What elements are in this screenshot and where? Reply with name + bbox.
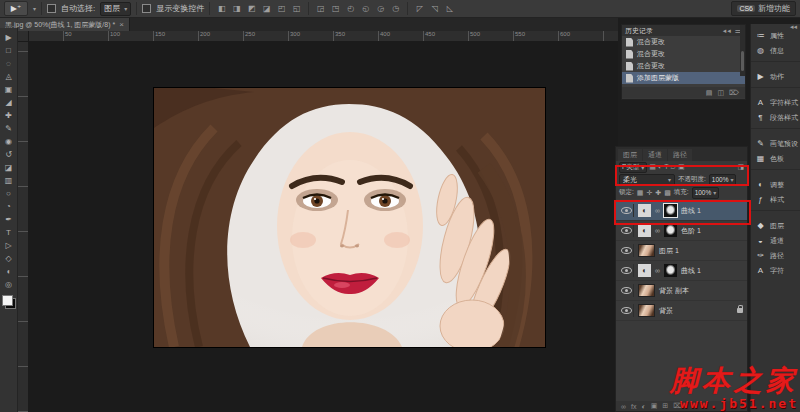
layers-bottom-icon[interactable]: ∞	[621, 403, 626, 410]
filter-toggle-icon[interactable]: ◨	[737, 163, 744, 171]
layer-filter-dropdown[interactable]: Ρ类型 ▾	[619, 162, 647, 173]
lasso-tool[interactable]: ◌	[1, 57, 17, 70]
auto-select-checkbox[interactable]	[47, 4, 56, 13]
canvas-area[interactable]	[28, 41, 618, 412]
zoom-tool[interactable]: ◎	[1, 278, 17, 291]
history-brush-tool[interactable]: ↺	[1, 148, 17, 161]
tab-paths[interactable]: 路径	[668, 149, 692, 161]
panel-tab-info[interactable]: ◍ 信息	[751, 43, 800, 58]
foreground-color-swatch[interactable]	[2, 295, 13, 306]
visibility-toggle[interactable]	[620, 304, 634, 317]
adjustment-thumbnail[interactable]: ◐	[638, 204, 651, 217]
shape-tool[interactable]: ◇	[1, 252, 17, 265]
visibility-toggle[interactable]	[620, 204, 634, 217]
panel-tab-swatches[interactable]: ▦ 色板	[751, 151, 800, 166]
document-tab[interactable]: 黑.jpg @ 50%(曲线 1, 图层蒙版/8) * ×	[0, 18, 130, 31]
options-icon[interactable]: ◹	[428, 2, 441, 15]
crop-tool[interactable]: ▣	[1, 83, 17, 96]
layers-bottom-icon[interactable]: fx	[631, 403, 636, 410]
show-transform-checkbox[interactable]	[142, 4, 151, 13]
filter-kind-icon[interactable]: ▱	[671, 163, 676, 171]
distribute-icon[interactable]: ◲	[314, 2, 327, 15]
panel-tab-paragraph-styles[interactable]: ¶ 段落样式	[751, 110, 800, 125]
panel-tab-layers[interactable]: ◆ 图层	[751, 218, 800, 233]
align-icon[interactable]: ◰	[275, 2, 288, 15]
layer-levels-1[interactable]: ◐ ∞ 色阶 1	[616, 221, 747, 241]
layer-curves-1-selected[interactable]: ◐ ∞ 曲线 1	[616, 201, 747, 221]
align-icon[interactable]: ◱	[290, 2, 303, 15]
panel-tab-channels[interactable]: ◒ 通道	[751, 233, 800, 248]
layer-curves-1[interactable]: ◐ ∞ 曲线 1	[616, 261, 747, 281]
distribute-icon[interactable]: ◴	[344, 2, 357, 15]
eyedropper-tool[interactable]: ◢	[1, 96, 17, 109]
layer-mask-thumbnail[interactable]	[664, 264, 677, 277]
pen-tool[interactable]: ✒	[1, 213, 17, 226]
move-tool-options-icon[interactable]: ▶⁺	[4, 1, 28, 16]
history-footer-icon[interactable]: ◫	[717, 89, 724, 97]
layers-bottom-icon[interactable]: ⊞	[662, 402, 668, 410]
close-icon[interactable]: ×	[119, 20, 124, 29]
lock-option-icon[interactable]: ▦	[637, 189, 644, 197]
auto-select-dropdown[interactable]: 图层 ▾	[100, 2, 131, 16]
visibility-toggle[interactable]	[620, 224, 634, 237]
layers-bottom-icon[interactable]: ◐	[641, 403, 645, 410]
opacity-field[interactable]: 100% ▾	[709, 174, 737, 186]
layers-bottom-icon[interactable]: ▣	[651, 402, 658, 410]
panel-tab-paths[interactable]: ✑ 路径	[751, 248, 800, 263]
panel-tab-brush-presets[interactable]: ✎ 画笔预设	[751, 136, 800, 151]
distribute-icon[interactable]: ◳	[329, 2, 342, 15]
visibility-toggle[interactable]	[620, 284, 634, 297]
filter-kind-icon[interactable]: ◐	[658, 163, 662, 171]
filter-kind-icon[interactable]: ▣	[678, 163, 685, 171]
lock-option-icon[interactable]: ▩	[664, 189, 671, 197]
adjustment-thumbnail[interactable]: ◐	[638, 224, 651, 237]
marquee-tool[interactable]: □	[1, 44, 17, 57]
hand-tool[interactable]: ◖	[1, 265, 17, 278]
layer-thumbnail[interactable]	[638, 304, 655, 317]
lock-option-icon[interactable]: ✛	[646, 189, 652, 197]
options-icon[interactable]: ◺	[443, 2, 456, 15]
align-icon[interactable]: ◩	[245, 2, 258, 15]
layer-mask-thumbnail[interactable]	[664, 204, 677, 217]
panel-tab-actions[interactable]: ▶ 动作	[751, 69, 800, 84]
history-scrollbar[interactable]	[740, 25, 745, 76]
layer-thumbnail[interactable]	[638, 284, 655, 297]
history-footer-icon[interactable]: ⌦	[729, 89, 739, 97]
distribute-icon[interactable]: ◵	[359, 2, 372, 15]
adjustment-thumbnail[interactable]: ◐	[638, 264, 651, 277]
layer-mask-thumbnail[interactable]	[664, 224, 677, 237]
align-icon[interactable]: ◧	[215, 2, 228, 15]
blend-mode-dropdown[interactable]: 柔光 ▾	[619, 174, 675, 186]
layer-thumbnail[interactable]	[638, 244, 655, 257]
move-tool[interactable]: ▶	[1, 31, 17, 44]
align-icon[interactable]: ◪	[260, 2, 273, 15]
fill-field[interactable]: 100% ▾	[692, 187, 720, 199]
path-select-tool[interactable]: ▷	[1, 239, 17, 252]
history-footer-icon[interactable]: ▤	[706, 89, 713, 97]
lock-option-icon[interactable]: ✚	[655, 189, 661, 197]
tool-preset-caret-icon[interactable]: ▾	[33, 5, 36, 12]
collapse-dock-icon[interactable]: ◂◂	[790, 23, 797, 31]
magic-wand-tool[interactable]: ◬	[1, 70, 17, 83]
history-item[interactable]: 混合更改	[622, 60, 745, 72]
align-icon[interactable]: ◨	[230, 2, 243, 15]
workspace-switcher[interactable]: CS6 新增功能	[731, 1, 796, 16]
visibility-toggle[interactable]	[620, 264, 634, 277]
panel-tab-styles[interactable]: ƒ 样式	[751, 192, 800, 207]
layer-1[interactable]: ◐ ∞ 图层 1	[616, 241, 747, 261]
panel-tab-character-styles[interactable]: A 字符样式	[751, 95, 800, 110]
tab-channels[interactable]: 通道	[643, 149, 667, 161]
panel-tab-adjustments[interactable]: ◐ 调整	[751, 177, 800, 192]
clone-stamp-tool[interactable]: ◉	[1, 135, 17, 148]
options-icon[interactable]: ◸	[413, 2, 426, 15]
gradient-tool[interactable]: ▥	[1, 174, 17, 187]
type-tool[interactable]: T	[1, 226, 17, 239]
brush-tool[interactable]: ✎	[1, 122, 17, 135]
history-item[interactable]: 混合更改	[622, 36, 745, 48]
history-item[interactable]: 添加图层蒙版	[622, 72, 745, 84]
visibility-toggle[interactable]	[620, 244, 634, 257]
panel-tab-character[interactable]: A 字符	[751, 263, 800, 278]
history-item[interactable]: 混合更改	[622, 48, 745, 60]
filter-kind-icon[interactable]: T	[664, 163, 668, 171]
distribute-icon[interactable]: ◶	[374, 2, 387, 15]
